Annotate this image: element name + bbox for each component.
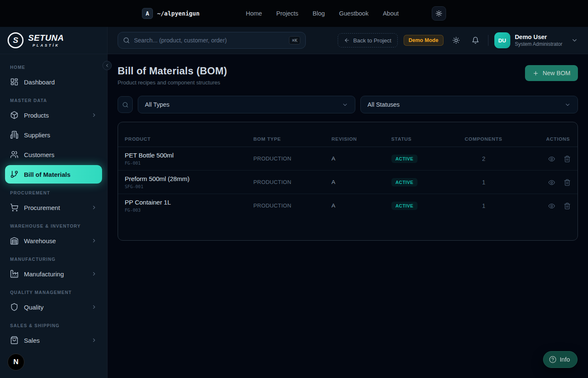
info-button[interactable]: Info <box>543 351 578 368</box>
table-search-button[interactable] <box>118 96 133 113</box>
nav-link-about[interactable]: About <box>383 10 399 17</box>
components-count: 2 <box>465 155 503 162</box>
type-filter-value: All Types <box>145 101 170 108</box>
sidebar-item-label: Warehouse <box>24 237 56 244</box>
sidebar-item-procurement[interactable]: Procurement <box>5 198 102 217</box>
theme-toggle-button[interactable] <box>432 6 446 21</box>
keyboard-shortcut-badge: ⌘K <box>289 36 300 45</box>
components-count: 1 <box>465 179 503 186</box>
sidebar-item-bill-of-materials[interactable]: Bill of Materials <box>5 165 102 184</box>
section-label-procurement: PROCUREMENT <box>5 185 102 198</box>
column-header-revision: REVISION <box>325 131 384 147</box>
section-label-home: HOME <box>5 59 102 73</box>
search-input[interactable] <box>134 37 285 44</box>
search-icon <box>123 37 130 44</box>
site-logo-icon: A <box>142 8 153 19</box>
delete-button[interactable] <box>564 155 571 163</box>
warehouse-icon <box>10 236 18 245</box>
sidebar-item-label: Procurement <box>24 204 60 211</box>
table-row[interactable]: Preform 500ml (28mm) SFG-001 PRODUCTION … <box>118 171 578 194</box>
product-name: PET Bottle 500ml <box>125 152 240 159</box>
avatar: DU <box>494 32 510 48</box>
nav-link-home[interactable]: Home <box>246 10 262 17</box>
column-header-actions: ACTIONS <box>527 131 578 147</box>
arrow-left-icon <box>344 37 350 43</box>
table-row[interactable]: PP Container 1L FG-003 PRODUCTION A ACTI… <box>118 194 578 218</box>
brand-subtitle: PLASTİK <box>28 43 64 47</box>
git-branch-icon <box>10 170 18 178</box>
section-label-sales: SALES & SHIPPING <box>5 318 102 331</box>
sidebar-nav: HOME Dashboard MASTER DATA Products <box>0 54 107 349</box>
revision-cell: A <box>325 194 384 218</box>
back-to-project-button[interactable]: Back to Project <box>338 33 398 47</box>
delete-button[interactable] <box>564 179 571 186</box>
nav-link-projects[interactable]: Projects <box>276 10 298 17</box>
table-header-row: PRODUCT BOM TYPE REVISION STATUS COMPONE… <box>118 131 578 147</box>
product-code: SFG-001 <box>125 184 240 189</box>
view-button[interactable] <box>548 202 555 210</box>
type-filter-select[interactable]: All Types <box>138 96 355 113</box>
status-badge: ACTIVE <box>391 202 418 210</box>
product-code: FG-001 <box>125 160 240 165</box>
help-circle-icon <box>549 356 556 363</box>
sidebar-item-label: Bill of Materials <box>24 171 71 178</box>
app-header: ⌘K Back to Project Demo Mode <box>108 27 588 54</box>
nav-link-guestbook[interactable]: Guestbook <box>339 10 368 17</box>
delete-button[interactable] <box>564 202 571 210</box>
new-bom-button[interactable]: New BOM <box>525 65 578 81</box>
view-button[interactable] <box>548 155 555 163</box>
sun-icon <box>452 37 460 44</box>
section-label-master-data: MASTER DATA <box>5 92 102 106</box>
page-content: Bill of Materials (BOM) Product recipes … <box>108 54 588 378</box>
sidebar-item-dashboard[interactable]: Dashboard <box>5 73 102 91</box>
site-logo[interactable]: A ~/alpyenigun <box>142 8 200 19</box>
header-divider <box>488 35 488 46</box>
notifications-button[interactable] <box>469 34 482 47</box>
chevron-right-icon <box>91 205 97 210</box>
table-row[interactable]: PET Bottle 500ml FG-001 PRODUCTION A ACT… <box>118 147 578 171</box>
chevron-left-icon <box>105 63 110 68</box>
product-code: FG-003 <box>125 207 240 213</box>
shopping-bag-icon <box>10 336 18 344</box>
product-name: Preform 500ml (28mm) <box>125 175 240 182</box>
sun-icon <box>436 10 442 17</box>
building-icon <box>10 131 18 139</box>
sidebar-item-label: Manufacturing <box>24 270 64 278</box>
revision-cell: A <box>325 171 384 194</box>
sidebar-item-warehouse[interactable]: Warehouse <box>5 231 102 250</box>
nav-link-blog[interactable]: Blog <box>312 10 325 17</box>
back-to-project-label: Back to Project <box>353 37 391 44</box>
view-button[interactable] <box>548 179 555 186</box>
global-search[interactable]: ⌘K <box>118 32 306 49</box>
sidebar-item-suppliers[interactable]: Suppliers <box>5 126 102 144</box>
section-label-quality: QUALITY MANAGEMENT <box>5 284 102 298</box>
sidebar-item-sales[interactable]: Sales <box>5 331 102 349</box>
column-header-status: STATUS <box>385 131 458 147</box>
product-name: PP Container 1L <box>125 199 240 206</box>
bom-table-card: PRODUCT BOM TYPE REVISION STATUS COMPONE… <box>118 122 578 241</box>
user-menu[interactable]: DU Demo User System Administrator <box>494 32 578 48</box>
bom-type-cell: PRODUCTION <box>247 171 325 194</box>
factory-icon <box>10 270 18 278</box>
info-label: Info <box>560 356 570 363</box>
sidebar-item-manufacturing[interactable]: Manufacturing <box>5 265 102 283</box>
theme-sun-button[interactable] <box>449 34 463 47</box>
sidebar-collapse-button[interactable] <box>102 61 112 70</box>
shield-icon <box>10 303 18 311</box>
sidebar-item-quality[interactable]: Quality <box>5 298 102 316</box>
cart-icon <box>10 203 18 212</box>
user-name: Demo User <box>515 34 562 41</box>
user-role: System Administrator <box>515 41 562 47</box>
bom-type-cell: PRODUCTION <box>247 147 325 171</box>
status-badge: ACTIVE <box>391 155 418 163</box>
search-icon <box>122 102 129 108</box>
chevron-right-icon <box>91 304 97 310</box>
dashboard-icon <box>10 78 18 86</box>
sidebar-item-customers[interactable]: Customers <box>5 145 102 164</box>
status-filter-select[interactable]: All Statuses <box>360 96 578 113</box>
sidebar-item-products[interactable]: Products <box>5 106 102 124</box>
status-filter-value: All Statuses <box>368 101 400 108</box>
nextjs-dev-badge[interactable]: N <box>8 354 24 370</box>
page-subtitle: Product recipes and component structures <box>118 79 227 86</box>
top-nav-links: Home Projects Blog Guestbook About <box>246 10 399 17</box>
